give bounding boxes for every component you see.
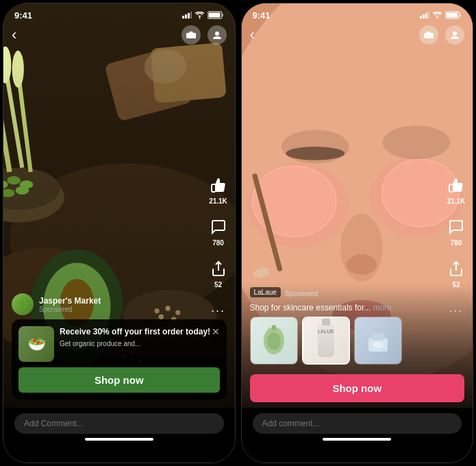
brand-badge-right: LaLaue (250, 287, 281, 297)
battery-icon-right (445, 11, 462, 19)
product-details-left: Receive 30% off your first order today! … (60, 326, 220, 347)
comment-icon-right (445, 216, 467, 238)
ad-card-left: 🥗 Receive 30% off your first order today… (12, 319, 227, 400)
ad-overlay-left: 🌿 Jasper's Market Sponsored 🥗 Receive 30… (3, 288, 235, 408)
svg-rect-45 (423, 14, 425, 19)
camera-button-right[interactable] (419, 25, 438, 45)
ad-overlay-right: LaLaue Sponsored Shop for skincare essen… (242, 282, 473, 408)
comment-action-right[interactable]: 780 (445, 216, 467, 247)
nav-bar-left: ‹ (3, 23, 235, 47)
advertiser-info-left: Jasper's Market Sponsored (39, 296, 101, 313)
bottom-bar-left (3, 408, 235, 463)
share-icon-left (208, 258, 229, 280)
nav-right-icons-right (419, 25, 464, 45)
nav-right-icons-left (181, 25, 227, 45)
profile-button-right[interactable] (445, 25, 464, 45)
thumbnail-3-right[interactable] (354, 317, 402, 365)
svg-point-73 (267, 332, 281, 350)
comment-count-left: 780 (212, 239, 224, 247)
svg-point-9 (215, 32, 219, 36)
signal-icon (182, 12, 192, 19)
svg-rect-6 (222, 14, 223, 16)
like-count-right: 21.1K (447, 197, 466, 205)
left-phone: 9:41 ‹ (3, 3, 236, 463)
product-thumbnail-left: 🥗 (18, 326, 54, 362)
product-title-left: Receive 30% off your first order today! (60, 326, 220, 338)
wifi-icon-right (432, 12, 442, 19)
camera-button-left[interactable] (181, 25, 201, 45)
svg-rect-1 (185, 14, 187, 19)
wifi-icon (195, 12, 205, 19)
svg-rect-50 (460, 14, 461, 16)
svg-rect-47 (428, 12, 429, 19)
svg-point-48 (437, 17, 438, 19)
svg-rect-0 (182, 16, 184, 19)
sponsored-label-right: Sponsored (285, 290, 318, 297)
comment-input-right[interactable] (253, 413, 462, 434)
svg-point-53 (453, 32, 457, 36)
product-thumbnails-right: LALUE (250, 317, 465, 365)
thumbnail-1-right[interactable] (250, 317, 298, 365)
back-button-right[interactable]: ‹ (250, 26, 255, 44)
like-action-right[interactable]: 21.1K (445, 174, 467, 205)
status-icons-right (420, 11, 462, 19)
signal-icon-right (420, 12, 429, 19)
thumbnail-2-right[interactable]: LALUE (302, 317, 350, 365)
nav-bar-right: ‹ (242, 23, 473, 47)
svg-rect-44 (420, 16, 422, 19)
svg-rect-72 (272, 325, 276, 330)
share-icon-right (445, 258, 467, 280)
like-icon-left (208, 174, 229, 196)
profile-button-left[interactable] (208, 25, 227, 45)
advertiser-avatar-left: 🌿 (12, 293, 34, 315)
battery-icon (208, 11, 224, 19)
sponsored-label-left: Sponsored (39, 306, 101, 313)
comment-input-left[interactable] (14, 413, 224, 434)
share-action-left[interactable]: 52 (208, 258, 229, 289)
like-count-left: 21.1K (209, 197, 227, 205)
svg-rect-2 (188, 13, 190, 19)
status-bar-right: 9:41 (242, 3, 473, 23)
advertiser-name-left: Jasper's Market (39, 296, 101, 306)
svg-rect-51 (447, 13, 458, 18)
bottom-bar-right (242, 408, 473, 463)
status-bar-left: 9:41 (3, 3, 235, 23)
right-phone: 9:41 ‹ (241, 3, 474, 463)
comment-icon-left (208, 216, 229, 238)
ad-text-right: Shop for skincare essentials for... more (250, 303, 465, 312)
comment-count-right: 780 (451, 239, 462, 247)
svg-rect-75 (371, 332, 385, 341)
time-right: 9:41 (253, 10, 271, 21)
svg-point-76 (373, 341, 384, 348)
home-indicator-right (323, 438, 391, 441)
status-icons-left (182, 11, 224, 19)
time-left: 9:41 (14, 10, 32, 21)
comment-action-left[interactable]: 780 (208, 216, 229, 247)
product-subtitle-left: Get organic produce and... (60, 340, 220, 347)
ad-close-button-left[interactable]: ✕ (212, 326, 220, 337)
shop-now-button-right[interactable]: Shop now (250, 374, 465, 402)
svg-rect-46 (425, 13, 427, 19)
home-indicator-left (85, 438, 153, 441)
svg-rect-7 (208, 13, 220, 18)
svg-rect-3 (190, 12, 192, 19)
more-label-right[interactable]: more (373, 303, 392, 312)
like-icon-right (445, 174, 467, 196)
back-button-left[interactable]: ‹ (12, 26, 16, 44)
svg-point-4 (199, 17, 200, 19)
shop-now-button-left[interactable]: Shop now (18, 367, 220, 393)
like-action-left[interactable]: 21.1K (208, 174, 229, 205)
